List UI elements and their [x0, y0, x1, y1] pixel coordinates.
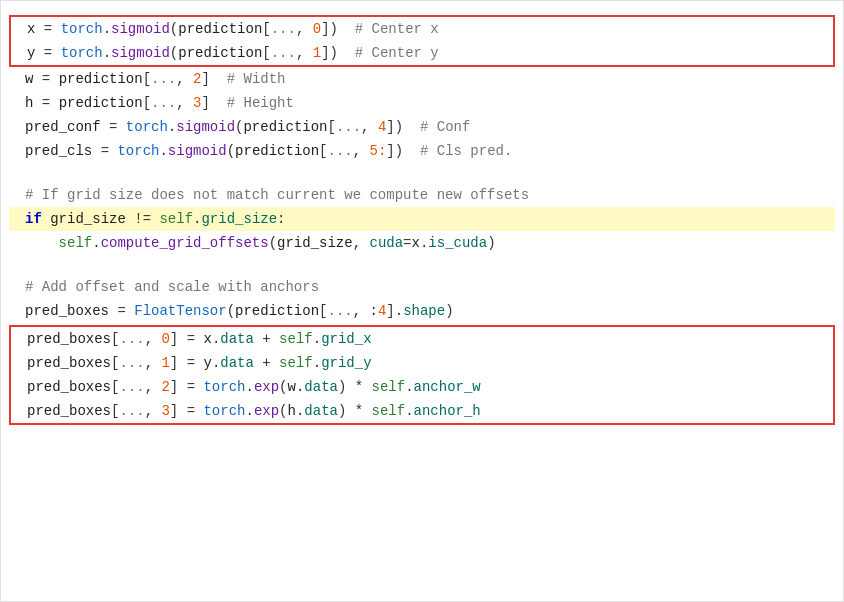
code-line-pb0: pred_boxes[..., 0] = x.data + self.grid_…: [11, 327, 833, 351]
code-line-if: if grid_size != self.grid_size:: [9, 207, 835, 231]
red-block-2: pred_boxes[..., 0] = x.data + self.grid_…: [9, 325, 835, 425]
red-block-1: x = torch.sigmoid(prediction[..., 0]) # …: [9, 15, 835, 67]
code-line-1: x = torch.sigmoid(prediction[..., 0]) # …: [11, 17, 833, 41]
token-x: x: [27, 18, 44, 40]
code-line-5: pred_conf = torch.sigmoid(prediction[...…: [9, 115, 835, 139]
comment-line-1: # If grid size does not match current we…: [9, 183, 835, 207]
code-container: x = torch.sigmoid(prediction[..., 0]) # …: [0, 0, 844, 602]
code-line-2: y = torch.sigmoid(prediction[..., 1]) # …: [11, 41, 833, 65]
empty-line-2: [1, 255, 843, 275]
code-line-pred-boxes-def: pred_boxes = FloatTensor(prediction[...,…: [9, 299, 835, 323]
code-line-4: h = prediction[..., 3] # Height: [9, 91, 835, 115]
code-line-compute: self.compute_grid_offsets(grid_size, cud…: [9, 231, 835, 255]
empty-line-1: [1, 163, 843, 183]
code-line-pb1: pred_boxes[..., 1] = y.data + self.grid_…: [11, 351, 833, 375]
code-line-3: w = prediction[..., 2] # Width: [9, 67, 835, 91]
code-line-pb2: pred_boxes[..., 2] = torch.exp(w.data) *…: [11, 375, 833, 399]
code-line-6: pred_cls = torch.sigmoid(prediction[...,…: [9, 139, 835, 163]
comment-line-2: # Add offset and scale with anchors: [9, 275, 835, 299]
code-line-pb3: pred_boxes[..., 3] = torch.exp(h.data) *…: [11, 399, 833, 423]
